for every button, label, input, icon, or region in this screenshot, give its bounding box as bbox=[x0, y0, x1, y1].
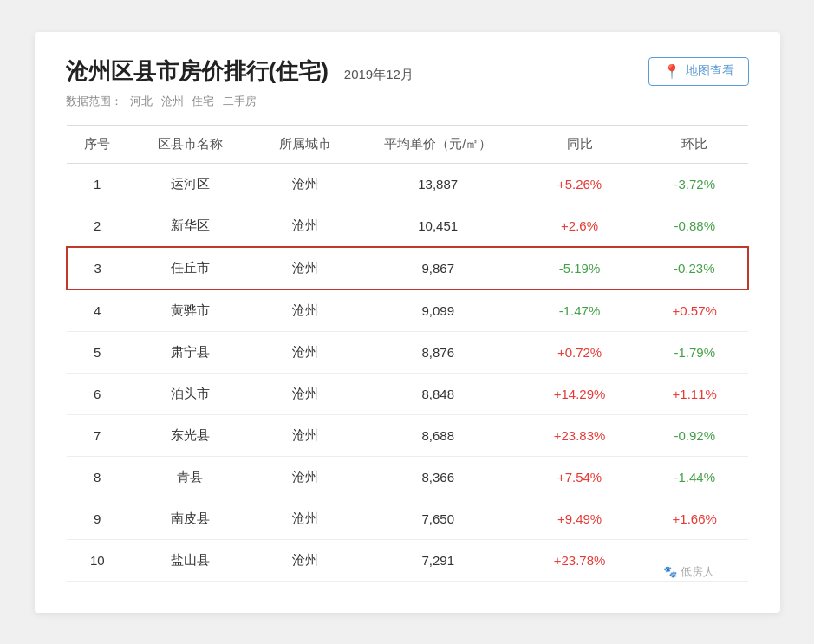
table-row: 1运河区沧州13,887+5.26%-3.72% bbox=[67, 163, 748, 205]
cell-city: 沧州 bbox=[252, 373, 358, 414]
table-row: 9南皮县沧州7,650+9.49%+1.66% bbox=[67, 498, 748, 539]
cell-yoy: +23.78% bbox=[518, 539, 641, 581]
cell-yoy: +0.72% bbox=[518, 331, 641, 373]
cell-city: 沧州 bbox=[252, 163, 358, 205]
cell-mom: -0.92% bbox=[641, 414, 748, 456]
cell-seq: 5 bbox=[67, 331, 128, 373]
data-range-item-0: 河北 bbox=[130, 94, 153, 107]
cell-yoy: +9.49% bbox=[518, 498, 641, 539]
header: 沧州区县市房价排行(住宅) 2019年12月 📍 地图查看 bbox=[66, 56, 749, 87]
table-row: 7东光县沧州8,688+23.83%-0.92% bbox=[67, 414, 748, 456]
cell-city: 沧州 bbox=[252, 414, 358, 456]
cell-city: 沧州 bbox=[252, 498, 358, 539]
watermark-text: 低房人 bbox=[681, 564, 714, 580]
cell-yoy: -5.19% bbox=[518, 247, 641, 289]
cell-name: 新华区 bbox=[128, 205, 252, 247]
main-title: 沧州区县市房价排行(住宅) bbox=[66, 56, 329, 87]
cell-price: 7,650 bbox=[358, 498, 518, 539]
cell-price: 7,291 bbox=[358, 539, 518, 581]
col-header-city: 所属城市 bbox=[252, 125, 358, 163]
cell-price: 8,688 bbox=[358, 414, 518, 456]
header-row: 序号 区县市名称 所属城市 平均单价（元/㎡） 同比 环比 bbox=[67, 125, 748, 163]
cell-seq: 8 bbox=[67, 456, 128, 498]
cell-yoy: -1.47% bbox=[518, 289, 641, 332]
cell-price: 9,099 bbox=[358, 289, 518, 332]
cell-seq: 1 bbox=[67, 163, 128, 205]
cell-seq: 4 bbox=[67, 289, 128, 332]
cell-name: 肃宁县 bbox=[128, 331, 252, 373]
cell-mom: -1.79% bbox=[641, 331, 748, 373]
map-icon: 📍 bbox=[663, 63, 681, 80]
data-range-item-3: 二手房 bbox=[223, 94, 257, 107]
cell-name: 青县 bbox=[128, 456, 252, 498]
table-body: 1运河区沧州13,887+5.26%-3.72%2新华区沧州10,451+2.6… bbox=[67, 163, 748, 581]
cell-mom: -1.44% bbox=[641, 456, 748, 498]
table-container: 序号 区县市名称 所属城市 平均单价（元/㎡） 同比 环比 1运河区沧州13,8… bbox=[66, 125, 749, 582]
map-button-label: 地图查看 bbox=[686, 63, 734, 79]
col-header-name: 区县市名称 bbox=[128, 125, 252, 163]
cell-name: 盐山县 bbox=[128, 539, 252, 581]
cell-city: 沧州 bbox=[252, 331, 358, 373]
col-header-seq: 序号 bbox=[67, 125, 128, 163]
cell-yoy: +23.83% bbox=[518, 414, 641, 456]
cell-city: 沧州 bbox=[252, 456, 358, 498]
title-area: 沧州区县市房价排行(住宅) 2019年12月 bbox=[66, 56, 414, 87]
cell-name: 南皮县 bbox=[128, 498, 252, 539]
cell-seq: 3 bbox=[67, 247, 128, 289]
table-row: 3任丘市沧州9,867-5.19%-0.23% bbox=[67, 247, 748, 289]
price-table: 序号 区县市名称 所属城市 平均单价（元/㎡） 同比 环比 1运河区沧州13,8… bbox=[66, 125, 749, 582]
map-button[interactable]: 📍 地图查看 bbox=[648, 57, 749, 86]
cell-name: 黄骅市 bbox=[128, 289, 252, 332]
col-header-yoy: 同比 bbox=[518, 125, 641, 163]
table-row: 10盐山县沧州7,291+23.78% bbox=[67, 539, 748, 581]
watermark: 🐾 低房人 bbox=[663, 564, 714, 580]
cell-price: 13,887 bbox=[358, 163, 518, 205]
watermark-icon: 🐾 bbox=[663, 565, 677, 578]
cell-yoy: +7.54% bbox=[518, 456, 641, 498]
date-label: 2019年12月 bbox=[344, 67, 414, 83]
cell-mom: -3.72% bbox=[641, 163, 748, 205]
cell-yoy: +14.29% bbox=[518, 373, 641, 414]
cell-seq: 7 bbox=[67, 414, 128, 456]
cell-mom: +1.11% bbox=[641, 373, 748, 414]
cell-city: 沧州 bbox=[252, 289, 358, 332]
cell-city: 沧州 bbox=[252, 247, 358, 289]
cell-price: 8,366 bbox=[358, 456, 518, 498]
cell-name: 东光县 bbox=[128, 414, 252, 456]
col-header-price: 平均单价（元/㎡） bbox=[358, 125, 518, 163]
cell-seq: 10 bbox=[67, 539, 128, 581]
cell-price: 8,848 bbox=[358, 373, 518, 414]
cell-mom: -0.88% bbox=[641, 205, 748, 247]
table-row: 5肃宁县沧州8,876+0.72%-1.79% bbox=[67, 331, 748, 373]
cell-yoy: +2.6% bbox=[518, 205, 641, 247]
main-card: 沧州区县市房价排行(住宅) 2019年12月 📍 地图查看 数据范围： 河北 沧… bbox=[35, 32, 780, 613]
table-row: 6泊头市沧州8,848+14.29%+1.11% bbox=[67, 373, 748, 414]
cell-price: 9,867 bbox=[358, 247, 518, 289]
data-range: 数据范围： 河北 沧州 住宅 二手房 bbox=[66, 94, 749, 109]
cell-mom: +1.66% bbox=[641, 498, 748, 539]
data-range-item-1: 沧州 bbox=[161, 94, 184, 107]
data-range-label: 数据范围： bbox=[66, 94, 122, 107]
cell-name: 任丘市 bbox=[128, 247, 252, 289]
table-row: 8青县沧州8,366+7.54%-1.44% bbox=[67, 456, 748, 498]
cell-seq: 2 bbox=[67, 205, 128, 247]
cell-name: 泊头市 bbox=[128, 373, 252, 414]
table-header: 序号 区县市名称 所属城市 平均单价（元/㎡） 同比 环比 bbox=[67, 125, 748, 163]
cell-seq: 9 bbox=[67, 498, 128, 539]
table-row: 2新华区沧州10,451+2.6%-0.88% bbox=[67, 205, 748, 247]
cell-price: 8,876 bbox=[358, 331, 518, 373]
cell-seq: 6 bbox=[67, 373, 128, 414]
cell-yoy: +5.26% bbox=[518, 163, 641, 205]
data-range-item-2: 住宅 bbox=[192, 94, 214, 107]
cell-mom: -0.23% bbox=[641, 247, 748, 289]
cell-city: 沧州 bbox=[252, 205, 358, 247]
cell-mom: +0.57% bbox=[641, 289, 748, 332]
cell-name: 运河区 bbox=[128, 163, 252, 205]
cell-city: 沧州 bbox=[252, 539, 358, 581]
col-header-mom: 环比 bbox=[641, 125, 748, 163]
table-row: 4黄骅市沧州9,099-1.47%+0.57% bbox=[67, 289, 748, 332]
cell-price: 10,451 bbox=[358, 205, 518, 247]
